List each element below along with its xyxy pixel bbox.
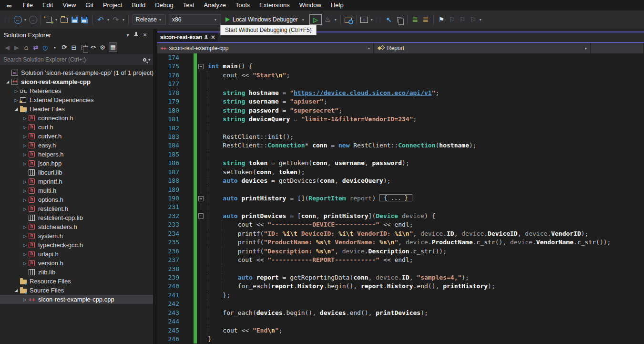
collapsed-arrow-icon[interactable]: ▷ [12, 89, 20, 94]
code-line[interactable]: 180 string password = "supersecret"; [157, 106, 644, 115]
code-line[interactable]: 241 }; [157, 291, 644, 300]
menu-test[interactable]: Test [178, 0, 199, 10]
menu-view[interactable]: View [58, 0, 81, 10]
tree-item[interactable]: ▷hsystem.h [0, 231, 153, 240]
expanded-arrow-icon[interactable]: ◢ [4, 80, 11, 84]
code-line[interactable]: 239 auto report = getReportingData(conn,… [157, 273, 644, 282]
menu-tools[interactable]: Tools [231, 0, 255, 10]
panel-options-caret-icon[interactable] [123, 32, 132, 38]
view-code-button[interactable] [89, 42, 97, 52]
start-debugging-button[interactable]: Local Windows Debugger [223, 14, 308, 25]
tree-item[interactable]: ▷hstdcheaders.h [0, 222, 153, 231]
close-tab-icon[interactable] [211, 33, 215, 41]
document-tab[interactable]: sicon-rest-example-cpp.cpp [157, 32, 218, 42]
menu-help[interactable]: Help [326, 0, 348, 10]
panel-splitter[interactable] [153, 29, 157, 344]
preview-selected-items-button[interactable] [395, 14, 404, 25]
code-line[interactable]: 174 [157, 53, 644, 62]
code-line[interactable]: 181 string deviceQuery = "limit=-1&filte… [157, 115, 644, 124]
tree-item[interactable]: ▷heasy.h [0, 141, 153, 150]
start-without-debugging-button[interactable] [309, 14, 322, 25]
open-file-button[interactable] [59, 14, 69, 25]
preview-code-button[interactable] [79, 42, 88, 52]
code-line[interactable]: 184 RestClient::Connection* conn = new R… [157, 141, 644, 150]
expanded-arrow-icon[interactable]: ◢ [12, 107, 20, 111]
solution-explorer-search-box[interactable]: Search Solution Explorer (Ctrl+;) [0, 54, 153, 65]
code-line[interactable]: 179 string username = "apiuser"; [157, 97, 644, 106]
sync-namespace-dropdown[interactable] [369, 18, 374, 22]
collapsed-arrow-icon[interactable]: ▷ [12, 98, 20, 103]
code-line[interactable]: 189 [157, 186, 644, 194]
menu-git[interactable]: Git [81, 0, 98, 10]
navigate-forward-button[interactable] [28, 14, 38, 25]
code-area[interactable]: 174175−int main() {176 cout << "Start\n"… [157, 53, 644, 344]
collapsed-arrow-icon[interactable]: ▷ [21, 243, 29, 248]
menu-build[interactable]: Build [127, 0, 150, 10]
close-panel-button[interactable] [141, 31, 149, 39]
fold-collapse-button[interactable]: − [198, 64, 204, 69]
tree-item[interactable]: ▷hhelpers.h [0, 150, 153, 159]
code-line[interactable]: 242 [157, 300, 644, 308]
tree-item[interactable]: Resource Files [0, 277, 153, 286]
undo-button[interactable] [96, 14, 105, 25]
redo-button[interactable] [111, 14, 121, 25]
collapse-all-button[interactable] [70, 42, 78, 52]
show-all-files-button[interactable] [109, 42, 117, 52]
tree-item[interactable]: libcurl.lib [0, 168, 153, 177]
code-line[interactable]: 182 [157, 124, 644, 133]
collapsed-arrow-icon[interactable]: ▷ [21, 252, 29, 257]
tree-item[interactable]: ◢Header Files [0, 104, 153, 114]
tree-item[interactable]: ▷hconnection.h [0, 114, 153, 123]
code-line[interactable]: 177 [157, 80, 644, 88]
go-to-current-line-button[interactable] [384, 14, 394, 25]
code-line[interactable]: 240 for_each(report.History.begin(), rep… [157, 282, 644, 291]
code-line[interactable]: 231 [157, 203, 644, 211]
code-line[interactable]: 235 printf("ProductName: %s\t VendorName… [157, 238, 644, 247]
new-project-dropdown[interactable] [54, 18, 59, 22]
tree-item[interactable]: ▷hrestclient.h [0, 204, 153, 213]
menu-project[interactable]: Project [98, 0, 127, 10]
comment-lines-button[interactable] [410, 14, 420, 25]
filter-dropdown-caret[interactable] [51, 42, 59, 52]
tree-item[interactable]: ▷hcurl.h [0, 123, 153, 132]
menu-edit[interactable]: Edit [38, 0, 58, 10]
member-scope-combo[interactable] [591, 43, 644, 53]
code-line[interactable]: 232− auto printDevices = [conn, printHis… [157, 212, 644, 220]
code-line[interactable]: 238 [157, 265, 644, 273]
tree-item[interactable]: ▷++sicon-rest-example-cpp.cpp [0, 295, 153, 304]
hot-reload-button[interactable] [323, 14, 333, 25]
solution-configuration-combo[interactable]: Release [133, 14, 166, 25]
collapsed-arrow-icon[interactable]: ▷ [21, 125, 29, 130]
tree-item[interactable]: ◢++sicon-rest-example-cpp [0, 77, 153, 86]
tree-item[interactable]: ▷hcurlver.h [0, 132, 153, 141]
refresh-button[interactable] [60, 42, 69, 52]
tree-item[interactable]: ▷hversion.h [0, 259, 153, 268]
explorer-home-button[interactable] [22, 42, 31, 52]
collapsed-arrow-icon[interactable]: ▷ [21, 143, 29, 148]
collapsed-arrow-icon[interactable]: ▷ [21, 297, 29, 302]
fold-expand-button[interactable]: + [198, 196, 204, 201]
tree-item[interactable]: zlib.lib [0, 268, 153, 277]
menu-analyze[interactable]: Analyze [199, 0, 230, 10]
code-line[interactable]: 246} [157, 335, 644, 344]
collapsed-region-box[interactable]: { ... } [379, 194, 412, 201]
code-line[interactable]: 244 [157, 317, 644, 326]
code-line[interactable]: 186 string token = getToken(conn, userna… [157, 159, 644, 167]
code-line[interactable]: 190+ auto printHistory = [](ReportItem r… [157, 194, 644, 203]
pending-changes-filter-button[interactable] [41, 42, 50, 52]
collapsed-arrow-icon[interactable]: ▷ [21, 234, 29, 239]
code-line[interactable]: 176 cout << "Start\n"; [157, 71, 644, 80]
new-project-button[interactable] [44, 14, 53, 25]
save-button[interactable] [70, 14, 79, 25]
toolbar-drag-handle[interactable] [3, 17, 10, 22]
search-options-caret-icon[interactable] [148, 58, 150, 62]
code-line[interactable]: 234 printf("ID: %i\t DeviceID: %i\t Vend… [157, 229, 644, 238]
code-line[interactable]: 187 setToken(conn, token); [157, 168, 644, 177]
menu-window[interactable]: Window [295, 0, 326, 10]
explorer-forward-button[interactable]: ▶ [12, 42, 21, 52]
tree-item[interactable]: ▷hurlapi.h [0, 250, 153, 259]
tree-item[interactable]: ▷External Dependencies [0, 95, 153, 104]
code-line[interactable]: 178 string hostname = "https://device.cl… [157, 89, 644, 97]
pin-tab-icon[interactable] [204, 35, 208, 40]
code-line[interactable]: 185 [157, 150, 644, 159]
